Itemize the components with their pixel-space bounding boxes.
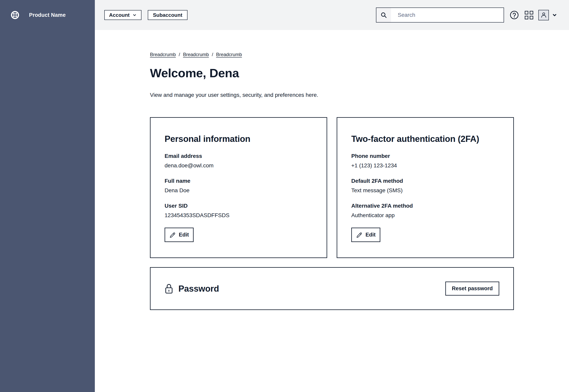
product-name-label: Product Name xyxy=(29,12,66,18)
account-menu-button[interactable]: Account xyxy=(104,10,141,20)
phone-number-value: +1 (123) 123-1234 xyxy=(351,162,499,169)
email-field-group: Email address dena.doe@owl.com xyxy=(165,153,312,169)
grid-icon xyxy=(525,11,533,19)
email-value: dena.doe@owl.com xyxy=(165,162,312,169)
full-name-value: Dena Doe xyxy=(165,187,312,194)
edit-personal-information-button[interactable]: Edit xyxy=(165,228,194,242)
pencil-icon xyxy=(356,232,362,238)
password-title: Password xyxy=(178,284,219,294)
subaccount-label: Subaccount xyxy=(153,12,182,18)
user-avatar-icon xyxy=(540,12,547,19)
email-label: Email address xyxy=(165,153,312,159)
alternative-2fa-label: Alternative 2FA method xyxy=(351,203,499,209)
phone-number-field-group: Phone number +1 (123) 123-1234 xyxy=(351,153,499,169)
password-card: Password Reset password xyxy=(150,267,514,310)
breadcrumb-link-1[interactable]: Breadcrumb xyxy=(150,52,176,57)
user-avatar-button[interactable] xyxy=(538,10,549,20)
full-name-field-group: Full name Dena Doe xyxy=(165,178,312,194)
pencil-icon xyxy=(169,232,176,238)
personal-information-card: Personal information Email address dena.… xyxy=(150,117,327,258)
main-content: Breadcrumb / Breadcrumb / Breadcrumb Wel… xyxy=(95,30,569,392)
personal-information-title: Personal information xyxy=(165,134,312,144)
search-icon xyxy=(376,8,391,22)
user-sid-value: 123454353SDASDFFSDS xyxy=(165,212,312,219)
default-2fa-label: Default 2FA method xyxy=(351,178,499,184)
reset-password-button[interactable]: Reset password xyxy=(445,281,499,295)
breadcrumb-link-3[interactable]: Breadcrumb xyxy=(216,52,242,57)
breadcrumb: Breadcrumb / Breadcrumb / Breadcrumb xyxy=(150,52,514,57)
breadcrumb-separator: / xyxy=(179,52,180,57)
chevron-down-icon xyxy=(552,13,557,18)
search-box xyxy=(376,8,504,23)
product-logo-icon xyxy=(11,11,19,19)
alternative-2fa-value: Authenticator app xyxy=(351,212,499,219)
topbar: Account Subaccount xyxy=(95,0,569,30)
two-factor-card: Two-factor authentication (2FA) Phone nu… xyxy=(337,117,514,258)
user-menu-expand-button[interactable] xyxy=(551,12,558,18)
user-sid-field-group: User SID 123454353SDASDFFSDS xyxy=(165,203,312,219)
product-home-link[interactable]: Product Name xyxy=(0,0,95,19)
alternative-2fa-field-group: Alternative 2FA method Authenticator app xyxy=(351,203,499,219)
reset-password-label: Reset password xyxy=(452,285,493,292)
sidebar: Product Name xyxy=(0,0,95,392)
full-name-label: Full name xyxy=(165,178,312,184)
default-2fa-value: Text message (SMS) xyxy=(351,187,499,194)
user-sid-label: User SID xyxy=(165,203,312,209)
app-launcher-button[interactable] xyxy=(524,10,534,20)
default-2fa-field-group: Default 2FA method Text message (SMS) xyxy=(351,178,499,194)
help-button[interactable] xyxy=(509,10,519,20)
chevron-down-icon xyxy=(132,13,137,17)
phone-number-label: Phone number xyxy=(351,153,499,159)
breadcrumb-link-2[interactable]: Breadcrumb xyxy=(183,52,209,57)
lock-icon xyxy=(165,283,173,294)
edit-button-label: Edit xyxy=(365,232,375,238)
page-subtitle: View and manage your user settings, secu… xyxy=(150,92,514,98)
two-factor-title: Two-factor authentication (2FA) xyxy=(351,134,499,144)
page-title: Welcome, Dena xyxy=(150,66,514,80)
subaccount-button[interactable]: Subaccount xyxy=(148,10,187,20)
edit-two-factor-button[interactable]: Edit xyxy=(351,228,380,242)
search-input[interactable] xyxy=(391,8,504,22)
help-icon xyxy=(510,11,519,20)
edit-button-label: Edit xyxy=(179,232,189,238)
account-menu-label: Account xyxy=(109,12,130,18)
breadcrumb-separator: / xyxy=(212,52,213,57)
